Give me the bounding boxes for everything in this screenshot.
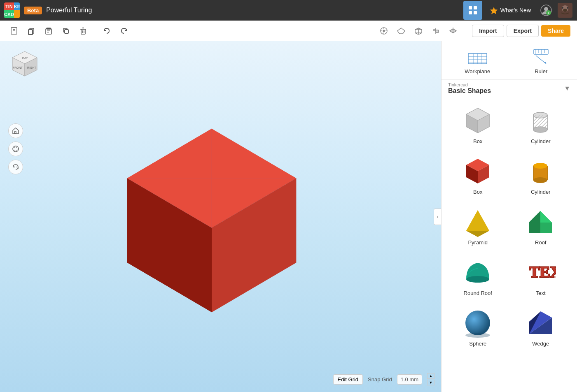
snap-info: Edit Grid Snap Grid 1.0 mm ▲ ▼ [333, 373, 435, 385]
snap-increase-button[interactable]: ▲ [427, 373, 435, 379]
svg-rect-18 [28, 30, 33, 35]
workplane-tool[interactable]: Workplane [448, 46, 507, 74]
3d-viewport[interactable]: TOP FRONT RIGHT [0, 41, 441, 392]
redo-button[interactable] [117, 23, 131, 38]
shape-roundroof-teal[interactable]: Round Roof [448, 252, 508, 299]
pyramid-yellow-label: Pyramid [468, 239, 488, 246]
export-button[interactable]: Export [507, 25, 539, 37]
copy-button[interactable] [24, 23, 39, 38]
import-button[interactable]: Import [472, 25, 504, 37]
logo-a [14, 10, 20, 18]
share-button[interactable]: Share [541, 25, 570, 37]
wedge-navy-icon [524, 306, 557, 339]
svg-rect-2 [469, 11, 472, 14]
sidebar-collapse-button[interactable]: › [434, 209, 441, 225]
logo-c: CAD [4, 10, 14, 18]
shapes-scroll-area[interactable]: Box [442, 97, 577, 392]
svg-point-57 [13, 148, 19, 150]
snap-decrease-button[interactable]: ▼ [427, 380, 435, 385]
whats-new-label: What's New [500, 7, 531, 14]
roof-green-icon [524, 205, 557, 238]
snap-label: Snap Grid [368, 376, 392, 383]
shapes-title: Basic Shapes [448, 87, 491, 95]
home-view-button[interactable] [8, 123, 23, 138]
shapes-panel-header: Tinkercad Basic Shapes ▼ [442, 80, 577, 97]
svg-text:TEXT: TEXT [529, 263, 556, 281]
shape-pyramid-yellow[interactable]: Pyramid [448, 202, 508, 249]
ruler-label: Ruler [535, 68, 547, 74]
svg-rect-25 [65, 30, 68, 33]
box-red-icon [461, 154, 494, 187]
svg-text:+: + [547, 11, 549, 15]
sphere-blue-label: Sphere [469, 341, 486, 347]
svg-point-6 [544, 7, 548, 11]
cylinder-gray-icon [524, 104, 557, 137]
shape-text-red[interactable]: TEXT Text [511, 252, 571, 299]
shapes-grid: Box [448, 100, 570, 350]
delete-button[interactable] [76, 23, 91, 38]
ruler-tool[interactable]: Ruler [512, 46, 571, 74]
svg-rect-21 [46, 29, 51, 34]
shape-sphere-blue[interactable]: Sphere [448, 303, 508, 350]
cylinder-orange-label: Cylinder [531, 189, 551, 195]
zoom-button[interactable] [8, 160, 23, 174]
orbit-button[interactable] [8, 141, 23, 156]
mirror-button[interactable] [446, 23, 460, 38]
shape-box-gray[interactable]: Box [448, 100, 508, 148]
shape-wedge-navy[interactable]: Wedge [511, 303, 571, 350]
svg-marker-38 [397, 28, 405, 34]
box-red-label: Box [473, 189, 482, 195]
svg-text:RIGHT: RIGHT [27, 66, 37, 69]
snap-value: 1.0 mm [397, 374, 422, 385]
perspective-view-button[interactable] [411, 23, 426, 38]
shape-cylinder-orange[interactable]: Cylinder [511, 151, 571, 198]
svg-point-96 [533, 177, 547, 183]
shape-cylinder-gray[interactable]: Cylinder [511, 100, 571, 148]
snap-arrows: ▲ ▼ [427, 373, 435, 385]
orientation-cube[interactable]: TOP FRONT RIGHT [8, 49, 41, 82]
cylinder-orange-icon [524, 154, 557, 187]
flat-view-button[interactable] [394, 23, 409, 38]
shapes-sidebar: Workplane Ruler [441, 41, 577, 392]
svg-point-11 [563, 9, 567, 12]
svg-point-108 [465, 311, 490, 335]
user-account-button[interactable]: + [538, 2, 554, 18]
svg-marker-47 [450, 29, 453, 33]
undo-button[interactable] [99, 23, 114, 38]
beta-badge: Beta [24, 7, 42, 14]
svg-rect-27 [81, 29, 85, 34]
svg-point-56 [13, 146, 19, 152]
whats-new-button[interactable]: What's New [486, 4, 535, 17]
text-red-label: Text [536, 290, 546, 296]
shape-roof-green[interactable]: Roof [511, 202, 571, 249]
shapes-dropdown-arrow[interactable]: ▼ [564, 85, 570, 92]
svg-text:FRONT: FRONT [13, 66, 23, 69]
cylinder-gray-label: Cylinder [531, 138, 551, 144]
svg-marker-48 [453, 29, 456, 33]
svg-rect-45 [436, 30, 439, 32]
camera-reset-button[interactable] [376, 23, 391, 38]
text-red-icon: TEXT [524, 255, 557, 288]
shape-box-red[interactable]: Box [448, 151, 508, 198]
svg-rect-55 [14, 132, 16, 134]
edit-toolbar: Import Export Share [0, 21, 577, 41]
project-title[interactable]: Powerful Turing [46, 7, 459, 14]
svg-point-109 [465, 333, 490, 338]
box-gray-label: Box [473, 138, 482, 144]
user-avatar-button[interactable] [557, 2, 573, 18]
svg-point-13 [567, 7, 568, 9]
edit-grid-button[interactable]: Edit Grid [333, 374, 363, 385]
svg-point-33 [383, 30, 385, 32]
ruler-icon [529, 46, 554, 67]
svg-point-12 [562, 7, 563, 9]
3d-cube[interactable] [109, 114, 315, 320]
toolbar-separator [95, 25, 95, 37]
new-button[interactable] [7, 23, 21, 38]
duplicate-button[interactable] [58, 23, 73, 38]
align-button[interactable] [428, 23, 443, 38]
shapes-category: Tinkercad [448, 82, 491, 87]
svg-rect-89 [533, 115, 548, 130]
paste-button[interactable] [41, 23, 56, 38]
svg-point-106 [466, 276, 489, 283]
grid-view-button[interactable] [463, 1, 482, 20]
